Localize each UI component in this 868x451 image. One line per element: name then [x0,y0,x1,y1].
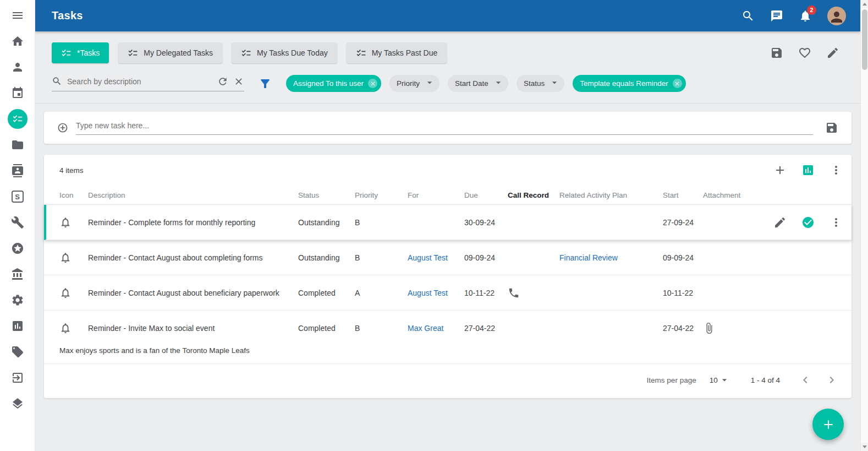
edit-task-icon[interactable] [773,216,787,229]
task-related-plan-link[interactable]: Financial Review [559,253,663,262]
tab-my-tasks-due-today[interactable]: My Tasks Due Today [232,42,337,63]
page-size-select[interactable]: 10 [710,374,730,385]
column-icon[interactable]: Icon [59,191,88,199]
settings-icon[interactable] [11,294,24,307]
home-icon[interactable] [11,35,24,48]
tools-icon[interactable] [11,216,24,229]
chevron-down-icon [424,77,435,90]
column-priority[interactable]: Priority [355,191,408,199]
section-divider [35,103,860,104]
add-task-fab[interactable] [812,409,844,440]
chip-assigned-to-this-user[interactable]: Assigned To this user [286,75,381,92]
app-window: S Tasks 2 [0,0,868,451]
chat-icon[interactable] [770,9,783,23]
add-icon[interactable] [773,164,787,177]
exit-icon[interactable] [11,371,24,384]
column-call-record[interactable]: Call Record [508,191,559,199]
pagination-bar: Items per page 10 1 - 4 of 4 [44,364,851,396]
more-options-icon[interactable] [829,164,843,177]
items-count: 4 items [59,166,84,175]
folder-icon[interactable] [11,138,24,151]
column-description[interactable]: Description [88,191,298,199]
chip-start-date[interactable]: Start Date [448,75,508,92]
tab-my-delegated-tasks[interactable]: My Delegated Tasks [118,42,222,63]
chevron-down-icon [549,77,560,90]
items-per-page-label: Items per page [647,376,696,384]
task-start: 27-04-22 [663,324,703,333]
filter-bar: Assigned To this user Priority Start Dat… [44,75,851,92]
tag-icon[interactable] [11,345,24,358]
save-task-icon[interactable] [825,121,838,134]
menu-icon[interactable] [11,9,24,22]
tab-tasks[interactable]: *Tasks [52,42,109,63]
filter-chips: Assigned To this user Priority Start Dat… [286,75,686,92]
content-area: *Tasks My Delegated Tasks My Tasks Due T… [35,31,860,451]
task-due: 10-11-22 [464,289,508,297]
scrollbar [860,0,868,451]
scroll-up-icon[interactable] [861,0,868,8]
scroll-down-icon[interactable] [861,443,868,451]
bank-icon[interactable] [11,268,24,281]
add-task-icon[interactable] [57,122,68,133]
sales-icon[interactable]: S [11,190,24,203]
chevron-down-icon [493,77,504,90]
column-attachment[interactable]: Attachment [703,191,758,199]
task-due: 27-04-22 [464,324,508,333]
reports-icon[interactable] [11,319,24,333]
contacts-icon[interactable] [11,164,24,177]
refresh-icon[interactable] [217,76,228,87]
column-status[interactable]: Status [298,191,355,199]
task-for-link[interactable]: August Test [408,289,464,297]
task-status: Completed [298,324,355,333]
layers-icon[interactable] [11,397,24,410]
task-due: 09-09-24 [464,253,508,262]
column-for[interactable]: For [408,191,464,199]
table-toolbar-icons [773,164,843,177]
chevron-down-icon [719,374,730,385]
stars-icon[interactable] [11,242,24,255]
paperclip-icon[interactable] [703,322,715,334]
task-for-link[interactable]: Max Great [408,324,464,333]
row-more-icon[interactable] [829,216,843,229]
edit-view-icon[interactable] [826,46,839,59]
search-input[interactable] [67,77,212,86]
task-status: Completed [298,289,355,297]
chart-icon[interactable] [801,164,815,177]
next-page-icon[interactable] [825,373,838,387]
scrollbar-thumb[interactable] [862,9,867,70]
person-icon[interactable] [11,61,24,74]
clear-search-icon[interactable] [233,76,244,87]
new-task-input[interactable] [76,121,813,130]
previous-page-icon[interactable] [799,373,812,387]
chip-priority[interactable]: Priority [389,75,440,92]
table-row[interactable]: Reminder - Complete forms for monthly re… [44,205,851,240]
avatar[interactable] [827,7,846,25]
save-view-icon[interactable] [770,46,783,59]
tab-my-tasks-past-due[interactable]: My Tasks Past Due [347,42,447,63]
phone-icon[interactable] [508,287,520,299]
table-row[interactable]: Reminder - Contact August about completi… [44,240,851,275]
chip-remove-icon[interactable] [368,79,377,88]
calendar-icon[interactable] [11,86,24,100]
chip-template-equals-reminder[interactable]: Template equals Reminder [573,75,686,92]
view-actions [770,46,844,59]
tab-label: My Tasks Past Due [372,48,438,57]
favorite-icon[interactable] [798,46,811,59]
chip-label: Template equals Reminder [580,79,668,88]
complete-task-icon[interactable] [801,216,815,229]
search-icon[interactable] [741,9,755,23]
task-for-link[interactable]: August Test [408,253,464,262]
table-row[interactable]: Reminder - Contact August about benefici… [44,275,851,311]
task-priority: A [355,289,408,297]
notifications-icon[interactable]: 2 [799,9,812,23]
column-due[interactable]: Due [464,191,508,199]
tab-label: My Tasks Due Today [257,48,328,57]
column-start[interactable]: Start [663,191,703,199]
filter-icon[interactable] [259,77,272,90]
column-related-activity-plan[interactable]: Related Activity Plan [559,191,663,199]
chip-status[interactable]: Status [517,75,564,92]
tasks-icon[interactable] [8,109,28,129]
chip-remove-icon[interactable] [673,79,682,88]
task-description: Reminder - Complete forms for monthly re… [88,218,298,227]
table-row[interactable]: Reminder - Invite Max to social event Co… [44,311,851,364]
